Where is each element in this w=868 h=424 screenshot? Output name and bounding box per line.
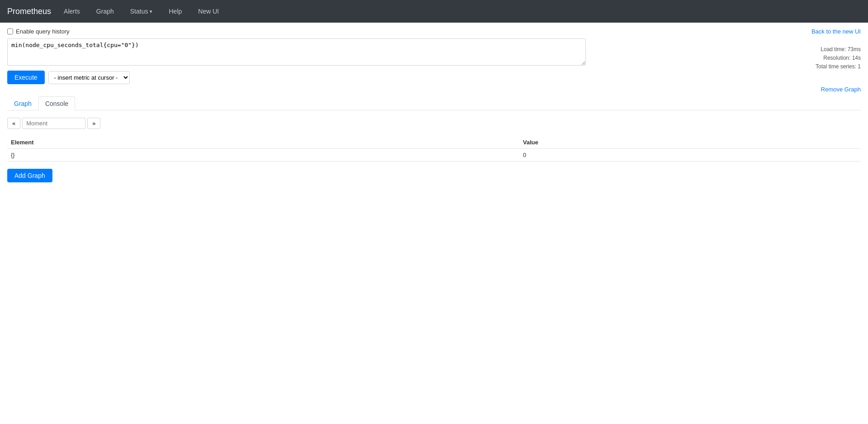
nav-graph[interactable]: Graph — [93, 6, 118, 17]
col-header-value: Value — [519, 136, 861, 149]
table-header: Element Value — [7, 136, 861, 149]
cell-value: 0 — [519, 149, 861, 162]
stat-total-time-series: Total time series: 1 — [816, 62, 861, 71]
results-table: Element Value {}0 — [7, 136, 861, 162]
tab-console[interactable]: Console — [38, 96, 75, 110]
back-to-new-ui-link[interactable]: Back to the new UI — [811, 28, 861, 35]
tab-graph[interactable]: Graph — [7, 96, 38, 110]
remove-graph-row: Remove Graph — [7, 86, 861, 93]
nav-status-dropdown[interactable]: Status — [127, 6, 156, 17]
col-header-element: Element — [7, 136, 519, 149]
tabs: Graph Console — [7, 96, 861, 110]
remove-graph-link[interactable]: Remove Graph — [821, 86, 861, 93]
table-row: {}0 — [7, 149, 861, 162]
table-body: {}0 — [7, 149, 861, 162]
add-graph-button[interactable]: Add Graph — [7, 169, 52, 182]
nav-new-ui[interactable]: New UI — [194, 6, 222, 17]
navbar-brand[interactable]: Prometheus — [7, 7, 51, 16]
nav-help[interactable]: Help — [165, 6, 185, 17]
main-content: Load time: 73ms Resolution: 14s Total ti… — [0, 23, 868, 195]
execute-button[interactable]: Execute — [7, 71, 45, 84]
tab-content: « » Element Value {}0 Add Graph — [7, 110, 861, 190]
stats-block: Load time: 73ms Resolution: 14s Total ti… — [816, 45, 861, 71]
enable-query-history-text: Enable query history — [16, 28, 70, 35]
moment-input[interactable] — [22, 118, 85, 129]
enable-query-history-label[interactable]: Enable query history — [7, 28, 70, 35]
insert-metric-select[interactable]: - insert metric at cursor - — [48, 71, 130, 84]
prev-button[interactable]: « — [7, 118, 20, 129]
cell-element: {} — [7, 149, 519, 162]
navbar: Prometheus Alerts Graph Status Help New … — [0, 0, 868, 23]
stat-resolution: Resolution: 14s — [816, 54, 861, 62]
next-button[interactable]: » — [87, 118, 100, 129]
top-bar: Enable query history Back to the new UI — [7, 28, 861, 35]
moment-controls: « » — [7, 118, 861, 129]
nav-status-label: Status — [130, 8, 148, 15]
nav-alerts[interactable]: Alerts — [60, 6, 84, 17]
stat-load-time: Load time: 73ms — [816, 45, 861, 54]
query-textarea[interactable] — [7, 38, 586, 66]
execute-row: Execute - insert metric at cursor - — [7, 71, 861, 84]
enable-query-history-checkbox[interactable] — [7, 29, 13, 34]
